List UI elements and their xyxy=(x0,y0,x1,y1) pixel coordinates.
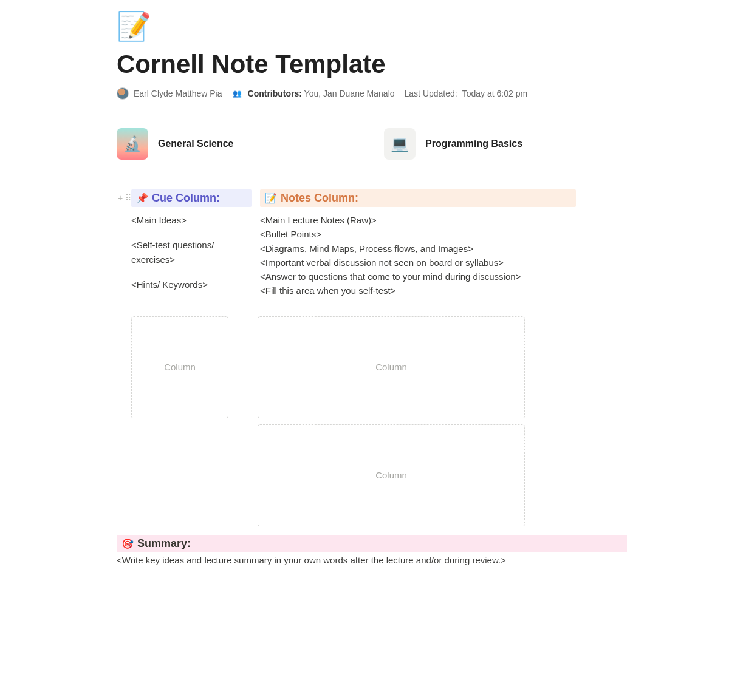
notes-item[interactable]: <Important verbal discussion not seen on… xyxy=(260,256,576,270)
card-title: Programming Basics xyxy=(425,138,522,149)
cue-item[interactable]: <Main Ideas> xyxy=(131,213,252,227)
pin-icon: 📌 xyxy=(136,192,148,204)
people-icon: 👥 xyxy=(232,88,243,99)
author-name: Earl Clyde Matthew Pia xyxy=(134,89,222,98)
last-updated-chip: Last Updated: Today at 6:02 pm xyxy=(405,89,528,98)
cue-heading-text: Cue Column: xyxy=(152,192,220,205)
add-block-button[interactable]: + xyxy=(118,193,123,203)
card-thumb: 💻 xyxy=(384,128,416,160)
contributors-value: You, Jan Duane Manalo xyxy=(304,89,395,98)
science-icon: 🔬 xyxy=(123,135,142,152)
meta-row: Earl Clyde Matthew Pia 👥 Contributors: Y… xyxy=(117,87,627,100)
laptop-icon: 💻 xyxy=(391,135,409,152)
last-updated-value: Today at 6:02 pm xyxy=(462,89,527,98)
avatar xyxy=(117,87,129,100)
block-gutter: + ⠿ xyxy=(118,193,131,203)
last-updated-label: Last Updated: xyxy=(405,89,457,98)
cue-item[interactable]: <Hints/ Keywords> xyxy=(131,277,252,291)
notes-item[interactable]: <Diagrams, Mind Maps, Process flows, and… xyxy=(260,242,576,256)
empty-column-placeholder[interactable]: Column xyxy=(258,316,525,418)
empty-column-placeholder[interactable]: Column xyxy=(258,424,525,526)
notes-item[interactable]: <Main Lecture Notes (Raw)> xyxy=(260,213,576,227)
card-title: General Science xyxy=(158,138,234,149)
cue-items[interactable]: <Main Ideas> <Self-test questions/ exerc… xyxy=(131,213,252,291)
divider xyxy=(117,177,627,177)
contributors-chip[interactable]: 👥 Contributors: You, Jan Duane Manalo xyxy=(232,88,395,99)
notes-item[interactable]: <Answer to questions that come to your m… xyxy=(260,270,576,284)
notes-heading-text: Notes Column: xyxy=(281,192,358,205)
notes-heading[interactable]: 📝 Notes Column: xyxy=(260,189,576,207)
notes-item[interactable]: <Bullet Points> xyxy=(260,227,576,241)
contributors-label: Contributors: xyxy=(248,89,302,98)
linked-page-card[interactable]: 💻 Programming Basics xyxy=(384,128,590,160)
linked-page-card[interactable]: 🔬 General Science xyxy=(117,128,323,160)
summary-heading-text: Summary: xyxy=(137,537,191,550)
divider xyxy=(117,117,627,117)
drag-handle-icon[interactable]: ⠿ xyxy=(125,193,131,203)
cue-item[interactable]: <Self-test questions/ exercises> xyxy=(131,238,252,267)
cue-heading[interactable]: 📌 Cue Column: xyxy=(131,189,252,207)
target-icon: 🎯 xyxy=(122,538,134,549)
notes-items[interactable]: <Main Lecture Notes (Raw)> <Bullet Point… xyxy=(260,213,576,298)
summary-body[interactable]: <Write key ideas and lecture summary in … xyxy=(117,552,627,568)
cue-column[interactable]: 📌 Cue Column: <Main Ideas> <Self-test qu… xyxy=(131,189,252,298)
linked-pages-row: 🔬 General Science 💻 Programming Basics xyxy=(117,128,627,160)
page-title[interactable]: Cornell Note Template xyxy=(117,50,627,79)
summary-heading[interactable]: 🎯 Summary: xyxy=(117,535,627,552)
card-thumb: 🔬 xyxy=(117,128,148,160)
empty-column-placeholder[interactable]: Column xyxy=(131,316,228,418)
memo-icon: 📝 xyxy=(265,192,277,204)
notes-item[interactable]: <Fill this area when you self-test> xyxy=(260,284,576,297)
author-chip[interactable]: Earl Clyde Matthew Pia xyxy=(117,87,222,100)
notes-column[interactable]: 📝 Notes Column: <Main Lecture Notes (Raw… xyxy=(260,189,576,298)
page-icon[interactable]: 📝 xyxy=(117,12,627,40)
